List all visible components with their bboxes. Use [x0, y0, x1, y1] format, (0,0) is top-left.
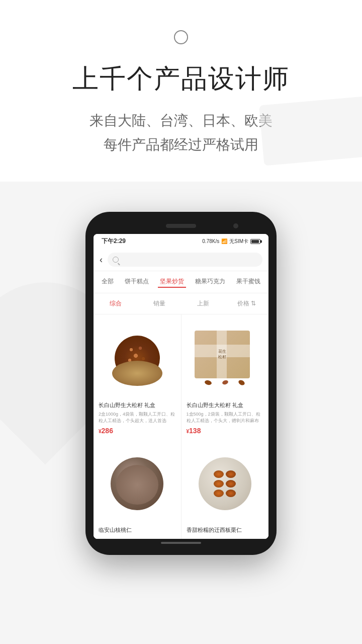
search-input[interactable]	[108, 253, 262, 267]
bottom-title-2: 香甜粉糯的迁西板栗仁	[187, 526, 264, 534]
battery-icon	[250, 239, 260, 244]
phone-screen: 下午2:29 0.78K/s 📶 无SIM卡 ‹ 全部	[94, 234, 268, 539]
bowl-base	[112, 361, 162, 386]
sort-tab-new[interactable]: 上新	[181, 297, 225, 310]
search-icon	[113, 257, 119, 263]
product-image-2: 花生松籽	[187, 319, 264, 397]
status-time: 下午2:29	[102, 237, 126, 246]
sort-tab-sales[interactable]: 销量	[137, 297, 181, 310]
back-button[interactable]: ‹	[100, 255, 103, 265]
product-image-1	[99, 319, 176, 397]
phone-bottom	[94, 539, 268, 547]
product-card-2[interactable]: 花生松籽 长白山野生大松籽 礼盒 1盒500g，2袋装，颗颗人工开口、粒粒人工精…	[182, 314, 269, 440]
category-tabs: 全部 饼干糕点 坚果炒货 糖果巧克力 果干蜜饯	[94, 271, 268, 293]
status-right: 0.78K/s 📶 无SIM卡	[202, 238, 260, 245]
phone-camera	[233, 223, 238, 228]
phone-speaker	[166, 224, 196, 228]
status-bar: 下午2:29 0.78K/s 📶 无SIM卡	[94, 234, 268, 249]
main-title: 上千个产品设计师	[20, 61, 342, 97]
sub-line1: 来自大陆、台湾、日本、欧美	[89, 113, 273, 128]
product-desc-2: 1盒500g，2袋装，颗颗人工开口、粒粒人工精选，个头大，赠剥片和麻布	[187, 411, 264, 424]
sub-line2: 每件产品都经过严格试用	[104, 137, 258, 152]
battery-fill	[251, 240, 259, 243]
search-bar-area: ‹	[94, 249, 268, 271]
gift-box-text: 花生松籽	[218, 349, 226, 360]
sort-tab-price[interactable]: 价格 ⇅	[225, 297, 268, 310]
product-title-1: 长白山野生大松籽 礼盒	[99, 401, 176, 410]
cat-tab-biscuits[interactable]: 饼干糕点	[123, 276, 151, 288]
product-desc-1: 2盒1000g，4袋装，颗颗人工开口、粒粒人工精选，个头超大，送人首选	[99, 411, 176, 424]
cat-tab-driedfruit[interactable]: 果干蜜饯	[234, 276, 262, 288]
bottom-card-2[interactable]: 香甜粉糯的迁西板栗仁	[182, 440, 269, 539]
cat-tab-candy[interactable]: 糖果巧克力	[193, 276, 227, 288]
product-price-2: 138	[187, 427, 264, 435]
phone-mockup: 下午2:29 0.78K/s 📶 无SIM卡 ‹ 全部	[85, 212, 277, 555]
sim-status: 无SIM卡	[229, 238, 248, 245]
circle-icon	[174, 30, 188, 44]
gift-box-image: 花生松籽	[195, 331, 250, 378]
top-section: 上千个产品设计师 来自大陆、台湾、日本、欧美 每件产品都经过严格试用	[0, 0, 362, 182]
product-grid: 长白山野生大松籽 礼盒 2盒1000g，4袋装，颗颗人工开口、粒粒人工精选，个头…	[94, 314, 268, 440]
sort-tab-comprehensive[interactable]: 综合	[94, 297, 137, 310]
product-card-1[interactable]: 长白山野生大松籽 礼盒 2盒1000g，4袋装，颗颗人工开口、粒粒人工精选，个头…	[94, 314, 181, 440]
cat-tab-all[interactable]: 全部	[100, 276, 116, 288]
bottom-card-1[interactable]: 临安山核桃仁	[94, 440, 181, 539]
wifi-icon: 📶	[221, 238, 227, 244]
sort-tabs: 综合 销量 上新 价格 ⇅	[94, 293, 268, 314]
bottom-title-1: 临安山核桃仁	[99, 526, 176, 534]
sub-title: 来自大陆、台湾、日本、欧美 每件产品都经过严格试用	[20, 109, 342, 156]
product-title-2: 长白山野生大松籽 礼盒	[187, 401, 264, 410]
pine-bowl-image	[110, 331, 165, 386]
phone-area: 下午2:29 0.78K/s 📶 无SIM卡 ‹ 全部	[0, 182, 362, 584]
bottom-products: 临安山核桃仁	[94, 440, 268, 539]
bottom-image-1	[99, 445, 176, 522]
home-indicator	[161, 542, 201, 544]
phone-top-bar	[94, 220, 268, 234]
product-price-1: 286	[99, 427, 176, 435]
network-speed: 0.78K/s	[202, 238, 219, 244]
cat-tab-nuts[interactable]: 坚果炒货	[158, 276, 186, 288]
bottom-image-2	[187, 445, 264, 522]
